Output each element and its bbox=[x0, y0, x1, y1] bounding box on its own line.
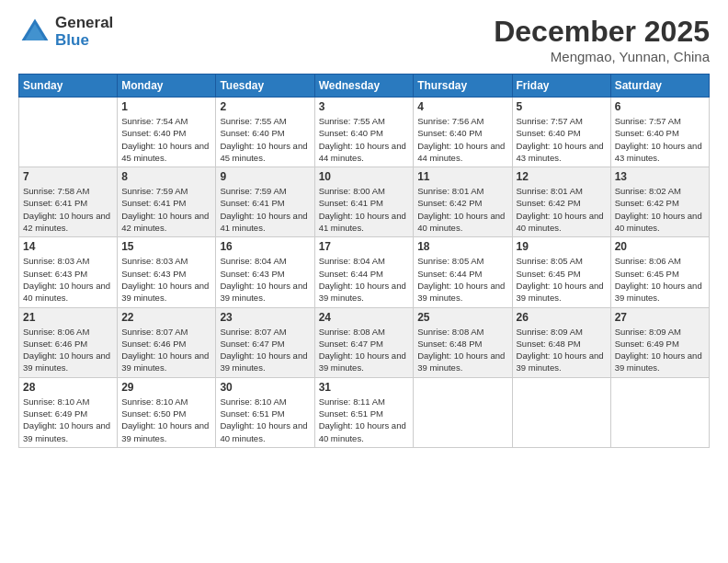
logo-text: General Blue bbox=[55, 15, 113, 49]
day-number: 7 bbox=[23, 170, 113, 183]
day-number: 6 bbox=[615, 100, 705, 113]
day-info: Sunrise: 8:03 AM Sunset: 6:43 PM Dayligh… bbox=[121, 255, 211, 304]
calendar-cell: 23Sunrise: 8:07 AM Sunset: 6:47 PM Dayli… bbox=[216, 307, 314, 377]
day-info: Sunrise: 8:08 AM Sunset: 6:48 PM Dayligh… bbox=[417, 326, 507, 374]
day-number: 17 bbox=[319, 240, 410, 253]
calendar-cell bbox=[610, 377, 709, 447]
day-info: Sunrise: 7:55 AM Sunset: 6:40 PM Dayligh… bbox=[220, 115, 310, 164]
calendar-cell: 14Sunrise: 8:03 AM Sunset: 6:43 PM Dayli… bbox=[19, 237, 118, 307]
calendar-cell: 3Sunrise: 7:55 AM Sunset: 6:40 PM Daylig… bbox=[314, 98, 414, 167]
day-info: Sunrise: 8:09 AM Sunset: 6:48 PM Dayligh… bbox=[517, 326, 607, 374]
day-number: 27 bbox=[615, 311, 705, 324]
calendar-cell: 18Sunrise: 8:05 AM Sunset: 6:44 PM Dayli… bbox=[414, 237, 512, 307]
day-number: 8 bbox=[121, 170, 211, 183]
calendar-cell: 10Sunrise: 8:00 AM Sunset: 6:41 PM Dayli… bbox=[314, 167, 414, 237]
day-number: 4 bbox=[417, 100, 507, 113]
day-info: Sunrise: 8:08 AM Sunset: 6:47 PM Dayligh… bbox=[319, 326, 410, 374]
day-number: 2 bbox=[220, 100, 310, 113]
day-info: Sunrise: 8:10 AM Sunset: 6:51 PM Dayligh… bbox=[220, 396, 310, 444]
day-info: Sunrise: 7:56 AM Sunset: 6:40 PM Dayligh… bbox=[417, 115, 507, 164]
calendar-subtitle: Mengmao, Yunnan, China bbox=[494, 49, 710, 64]
day-info: Sunrise: 8:01 AM Sunset: 6:42 PM Dayligh… bbox=[417, 185, 507, 234]
calendar-cell: 17Sunrise: 8:04 AM Sunset: 6:44 PM Dayli… bbox=[314, 237, 414, 307]
day-number: 9 bbox=[220, 170, 310, 183]
day-number: 20 bbox=[615, 240, 705, 253]
calendar-cell: 25Sunrise: 8:08 AM Sunset: 6:48 PM Dayli… bbox=[414, 307, 512, 377]
day-number: 3 bbox=[319, 100, 410, 113]
calendar-cell: 30Sunrise: 8:10 AM Sunset: 6:51 PM Dayli… bbox=[216, 377, 314, 447]
day-info: Sunrise: 7:55 AM Sunset: 6:40 PM Dayligh… bbox=[319, 115, 410, 164]
calendar-table: Sunday Monday Tuesday Wednesday Thursday… bbox=[18, 74, 710, 448]
header-wednesday: Wednesday bbox=[314, 75, 414, 98]
day-number: 10 bbox=[319, 170, 410, 183]
calendar-row-4: 21Sunrise: 8:06 AM Sunset: 6:46 PM Dayli… bbox=[19, 307, 710, 377]
day-number: 5 bbox=[517, 100, 607, 113]
day-info: Sunrise: 8:06 AM Sunset: 6:45 PM Dayligh… bbox=[615, 255, 705, 304]
day-number: 11 bbox=[417, 170, 507, 183]
calendar-cell: 27Sunrise: 8:09 AM Sunset: 6:49 PM Dayli… bbox=[610, 307, 709, 377]
calendar-cell: 15Sunrise: 8:03 AM Sunset: 6:43 PM Dayli… bbox=[118, 237, 216, 307]
header-saturday: Saturday bbox=[610, 75, 709, 98]
header-friday: Friday bbox=[512, 75, 610, 98]
logo-blue-text: Blue bbox=[55, 32, 113, 50]
calendar-cell: 5Sunrise: 7:57 AM Sunset: 6:40 PM Daylig… bbox=[512, 98, 610, 167]
day-info: Sunrise: 8:07 AM Sunset: 6:47 PM Dayligh… bbox=[220, 326, 310, 374]
calendar-cell: 2Sunrise: 7:55 AM Sunset: 6:40 PM Daylig… bbox=[216, 98, 314, 167]
day-number: 24 bbox=[319, 311, 410, 324]
day-info: Sunrise: 8:00 AM Sunset: 6:41 PM Dayligh… bbox=[319, 185, 410, 234]
day-info: Sunrise: 8:07 AM Sunset: 6:46 PM Dayligh… bbox=[121, 326, 211, 374]
calendar-cell bbox=[512, 377, 610, 447]
day-number: 19 bbox=[517, 240, 607, 253]
day-info: Sunrise: 8:03 AM Sunset: 6:43 PM Dayligh… bbox=[23, 255, 113, 304]
day-info: Sunrise: 8:11 AM Sunset: 6:51 PM Dayligh… bbox=[319, 396, 410, 444]
day-number: 29 bbox=[121, 381, 211, 394]
calendar-cell: 22Sunrise: 8:07 AM Sunset: 6:46 PM Dayli… bbox=[118, 307, 216, 377]
calendar-cell: 7Sunrise: 7:58 AM Sunset: 6:41 PM Daylig… bbox=[19, 167, 118, 237]
header-thursday: Thursday bbox=[414, 75, 512, 98]
calendar-cell bbox=[414, 377, 512, 447]
page: General Blue December 2025 Mengmao, Yunn… bbox=[0, 0, 728, 563]
calendar-cell: 4Sunrise: 7:56 AM Sunset: 6:40 PM Daylig… bbox=[414, 98, 512, 167]
day-info: Sunrise: 7:59 AM Sunset: 6:41 PM Dayligh… bbox=[220, 185, 310, 234]
day-info: Sunrise: 8:05 AM Sunset: 6:45 PM Dayligh… bbox=[517, 255, 607, 304]
calendar-cell: 11Sunrise: 8:01 AM Sunset: 6:42 PM Dayli… bbox=[414, 167, 512, 237]
calendar-cell: 29Sunrise: 8:10 AM Sunset: 6:50 PM Dayli… bbox=[118, 377, 216, 447]
calendar-cell: 31Sunrise: 8:11 AM Sunset: 6:51 PM Dayli… bbox=[314, 377, 414, 447]
title-area: December 2025 Mengmao, Yunnan, China bbox=[494, 15, 710, 64]
calendar-title: December 2025 bbox=[494, 15, 710, 49]
day-number: 31 bbox=[319, 381, 410, 394]
day-number: 18 bbox=[417, 240, 507, 253]
day-info: Sunrise: 8:04 AM Sunset: 6:43 PM Dayligh… bbox=[220, 255, 310, 304]
day-number: 13 bbox=[615, 170, 705, 183]
calendar-cell: 21Sunrise: 8:06 AM Sunset: 6:46 PM Dayli… bbox=[19, 307, 118, 377]
logo: General Blue bbox=[18, 15, 113, 49]
calendar-cell: 24Sunrise: 8:08 AM Sunset: 6:47 PM Dayli… bbox=[314, 307, 414, 377]
day-number: 1 bbox=[121, 100, 211, 113]
day-info: Sunrise: 7:59 AM Sunset: 6:41 PM Dayligh… bbox=[121, 185, 211, 234]
day-number: 21 bbox=[23, 311, 113, 324]
calendar-cell: 19Sunrise: 8:05 AM Sunset: 6:45 PM Dayli… bbox=[512, 237, 610, 307]
logo-general-text: General bbox=[55, 15, 113, 32]
day-info: Sunrise: 8:01 AM Sunset: 6:42 PM Dayligh… bbox=[517, 185, 607, 234]
day-number: 12 bbox=[517, 170, 607, 183]
header-tuesday: Tuesday bbox=[216, 75, 314, 98]
day-number: 23 bbox=[220, 311, 310, 324]
calendar-cell: 1Sunrise: 7:54 AM Sunset: 6:40 PM Daylig… bbox=[118, 98, 216, 167]
day-info: Sunrise: 7:58 AM Sunset: 6:41 PM Dayligh… bbox=[23, 185, 113, 234]
day-number: 22 bbox=[121, 311, 211, 324]
logo-icon bbox=[18, 16, 51, 49]
calendar-row-3: 14Sunrise: 8:03 AM Sunset: 6:43 PM Dayli… bbox=[19, 237, 710, 307]
day-info: Sunrise: 8:09 AM Sunset: 6:49 PM Dayligh… bbox=[615, 326, 705, 374]
calendar-cell: 20Sunrise: 8:06 AM Sunset: 6:45 PM Dayli… bbox=[610, 237, 709, 307]
day-info: Sunrise: 8:04 AM Sunset: 6:44 PM Dayligh… bbox=[319, 255, 410, 304]
header-sunday: Sunday bbox=[19, 75, 118, 98]
calendar-cell: 6Sunrise: 7:57 AM Sunset: 6:40 PM Daylig… bbox=[610, 98, 709, 167]
day-number: 28 bbox=[23, 381, 113, 394]
day-info: Sunrise: 7:57 AM Sunset: 6:40 PM Dayligh… bbox=[615, 115, 705, 164]
header-monday: Monday bbox=[118, 75, 216, 98]
calendar-row-5: 28Sunrise: 8:10 AM Sunset: 6:49 PM Dayli… bbox=[19, 377, 710, 447]
calendar-cell: 16Sunrise: 8:04 AM Sunset: 6:43 PM Dayli… bbox=[216, 237, 314, 307]
day-info: Sunrise: 8:05 AM Sunset: 6:44 PM Dayligh… bbox=[417, 255, 507, 304]
day-number: 15 bbox=[121, 240, 211, 253]
calendar-row-2: 7Sunrise: 7:58 AM Sunset: 6:41 PM Daylig… bbox=[19, 167, 710, 237]
